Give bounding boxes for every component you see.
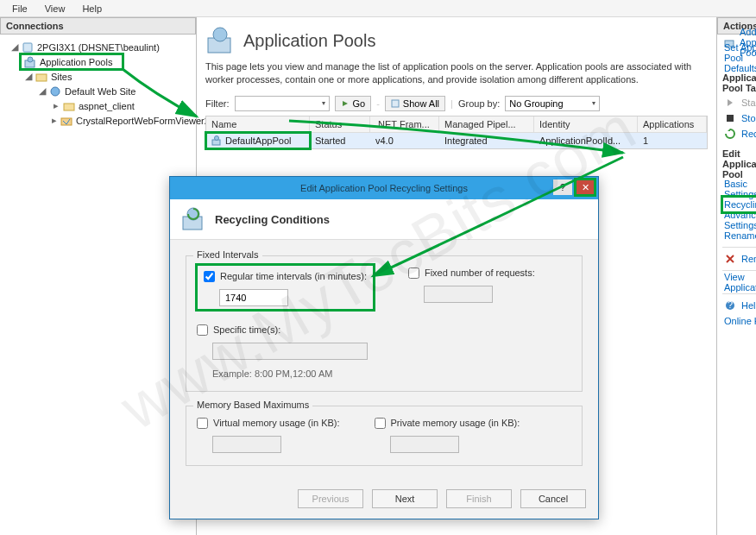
tree-server-label: 2PGI3X1 (DHSNET\beaulint): [37, 42, 160, 53]
svg-point-4: [51, 87, 60, 96]
fixed-intervals-group: Fixed Intervals Regular time intervals (…: [186, 255, 583, 392]
pmem-checkbox[interactable]: [375, 418, 386, 429]
grid-header[interactable]: Name Status .NET Fram... Managed Pipel..…: [206, 116, 707, 133]
previous-button: Previous: [298, 489, 363, 508]
group-by-combo[interactable]: No Grouping▾: [505, 96, 600, 111]
app-pool-icon: [211, 135, 222, 146]
pmem-check[interactable]: Private memory usage (in KB):: [375, 415, 520, 431]
tree-default-site[interactable]: ◢ Default Web Site: [3, 84, 192, 98]
col-apps[interactable]: Applications: [638, 116, 707, 133]
tree-app-pools-label: Application Pools: [40, 57, 112, 67]
menu-help[interactable]: Help: [73, 2, 110, 16]
action-defaults[interactable]: Set Application Pool Defaults...: [722, 50, 756, 66]
connections-tree[interactable]: ◢ 2PGI3X1 (DHSNET\beaulint) Application …: [0, 35, 196, 535]
wizard-heading: Recycling Conditions: [215, 213, 330, 226]
app-pool-grid[interactable]: Name Status .NET Fram... Managed Pipel..…: [205, 116, 708, 149]
memory-max-legend: Memory Based Maximums: [193, 400, 312, 410]
tree-app-pools[interactable]: Application Pools: [21, 54, 123, 69]
tree-crystal-label: CrystalReportWebFormViewer2: [76, 116, 210, 126]
close-icon[interactable]: ✕: [576, 179, 595, 195]
group-by-label: Group by:: [458, 98, 500, 109]
menu-file[interactable]: File: [3, 2, 36, 16]
col-identity[interactable]: Identity: [534, 116, 638, 133]
cell-pipe: Integrated: [439, 133, 534, 148]
regular-interval-input[interactable]: [219, 289, 288, 306]
svg-rect-13: [727, 115, 734, 122]
go-button[interactable]: Go: [335, 96, 372, 111]
dialog-titlebar[interactable]: Edit Application Pool Recycling Settings…: [170, 177, 598, 199]
tree-crystal[interactable]: ▸ CrystalReportWebFormViewer2: [3, 113, 192, 128]
cell-apps: 1: [638, 133, 707, 148]
svg-rect-0: [23, 43, 32, 52]
tree-aspnet[interactable]: ▸ aspnet_client: [3, 98, 192, 113]
help-icon: ?: [724, 299, 736, 312]
grid-toolbar: Filter: ▾ Go - Show All | Group by: No G…: [197, 93, 716, 114]
action-recycle[interactable]: Recycle...: [722, 126, 756, 142]
regular-interval-label: Regular time intervals (in minutes):: [220, 271, 367, 281]
col-net[interactable]: .NET Fram...: [370, 116, 439, 133]
stop-icon: [724, 112, 736, 124]
table-row[interactable]: DefaultAppPool Started v4.0 Integrated A…: [206, 133, 707, 148]
example-hint: Example: 8:00 PM,12:00 AM: [212, 368, 571, 379]
cell-identity: ApplicationPoolId...: [534, 133, 638, 148]
tree-default-site-label: Default Web Site: [65, 86, 135, 97]
globe-icon: [49, 85, 61, 98]
regular-interval-check[interactable]: Regular time intervals (in minutes):: [204, 268, 367, 284]
fixed-requests-checkbox[interactable]: [408, 268, 419, 279]
svg-point-8: [213, 28, 227, 41]
memory-max-group: Memory Based Maximums Virtual memory usa…: [186, 406, 583, 466]
wizard-icon: [180, 206, 206, 232]
tree-aspnet-label: aspnet_client: [79, 101, 135, 111]
connections-panel: Connections ◢ 2PGI3X1 (DHSNET\beaulint) …: [0, 17, 197, 535]
action-start: Start: [722, 95, 756, 110]
pmem-input: [390, 436, 459, 453]
fixed-requests-label: Fixed number of requests:: [425, 268, 535, 278]
remove-icon: [724, 253, 736, 265]
action-stop[interactable]: Stop: [722, 110, 756, 126]
col-status[interactable]: Status: [310, 116, 370, 133]
app-pool-icon: [24, 56, 36, 68]
menu-view[interactable]: View: [36, 2, 74, 16]
fixed-requests-input: [424, 286, 493, 303]
recycle-icon: [724, 128, 736, 140]
actions-panel: Actions Add Application Pool... Set Appl…: [716, 17, 756, 535]
action-advanced[interactable]: Advanced Settings...: [722, 212, 756, 228]
action-rename[interactable]: Rename: [722, 228, 756, 243]
connections-title: Connections: [0, 17, 196, 35]
recycling-dialog: Edit Application Pool Recycling Settings…: [169, 176, 599, 519]
next-button[interactable]: Next: [372, 489, 438, 508]
server-icon: [22, 41, 34, 54]
vmem-checkbox[interactable]: [197, 418, 208, 429]
fixed-requests-check[interactable]: Fixed number of requests:: [408, 265, 535, 280]
svg-point-11: [215, 135, 219, 140]
app-pool-large-icon: [205, 26, 235, 55]
action-view-apps[interactable]: View Applications: [722, 274, 756, 290]
action-online-help[interactable]: Online Help: [722, 313, 756, 329]
specific-times-checkbox[interactable]: [197, 324, 208, 336]
dialog-title: Edit Application Pool Recycling Settings: [300, 183, 468, 193]
tasks-header: Application Pool Tasks: [722, 72, 756, 93]
show-all-button[interactable]: Show All: [385, 96, 445, 111]
regular-interval-checkbox[interactable]: [204, 271, 215, 282]
svg-rect-3: [36, 74, 47, 81]
filter-combo[interactable]: ▾: [235, 96, 330, 111]
folder-icon: [35, 71, 47, 83]
col-name[interactable]: Name: [206, 116, 310, 133]
cell-net: v4.0: [370, 133, 439, 148]
tree-sites-label: Sites: [51, 72, 72, 82]
action-help[interactable]: ?Help: [722, 298, 756, 313]
dialog-help-button[interactable]: ?: [553, 179, 572, 195]
play-icon: [724, 97, 736, 109]
page-description: This page lets you view and manage the l…: [197, 60, 716, 93]
col-pipe[interactable]: Managed Pipel...: [439, 116, 534, 133]
action-basic[interactable]: Basic Settings...: [722, 181, 756, 197]
cell-status: Started: [310, 133, 370, 148]
specific-times-check[interactable]: Specific time(s):: [197, 322, 571, 337]
cancel-button[interactable]: Cancel: [520, 489, 586, 508]
tree-server-node[interactable]: ◢ 2PGI3X1 (DHSNET\beaulint): [3, 40, 192, 54]
menu-bar[interactable]: File View Help: [0, 0, 756, 17]
vmem-check[interactable]: Virtual memory usage (in KB):: [197, 415, 340, 431]
tree-sites[interactable]: ◢ Sites: [3, 69, 192, 84]
action-remove[interactable]: Remove: [722, 251, 756, 267]
edit-header: Edit Application Pool: [722, 148, 756, 179]
